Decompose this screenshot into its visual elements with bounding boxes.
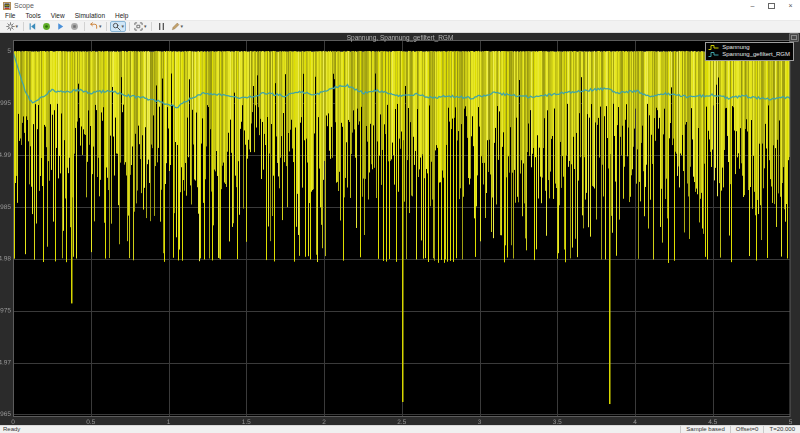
step-forward-button[interactable] xyxy=(54,21,67,32)
scope-app-icon xyxy=(3,2,11,10)
status-message: Ready xyxy=(0,426,20,433)
toolbar-separator xyxy=(23,22,24,31)
legend-line-icon xyxy=(708,44,719,51)
status-sample-mode: Sample based xyxy=(680,426,729,433)
status-time: T=20.000 xyxy=(763,426,800,433)
dropdown-caret-icon: ▾ xyxy=(122,24,125,29)
gear-icon xyxy=(6,22,15,31)
step-forward-icon xyxy=(56,22,65,31)
maximize-axes-button[interactable] xyxy=(789,33,799,42)
menu-item-tools[interactable]: Tools xyxy=(20,11,45,20)
statusbar: Ready Sample based Offset=0 T=20.000 xyxy=(0,425,800,433)
titlebar: Scope – × xyxy=(0,0,800,11)
close-icon: × xyxy=(788,2,792,9)
maximize-icon xyxy=(768,3,775,9)
scope-window: Scope – × File Tools View Simulation Hel… xyxy=(0,0,800,433)
legend-label: Spannung_gefiltert_RGM xyxy=(722,51,790,58)
scope-display-area: Spannung, Spannung_gefiltert_RGM Spannun… xyxy=(0,33,800,425)
fit-axes-button[interactable]: ▾ xyxy=(132,21,149,32)
settings-button[interactable]: ▾ xyxy=(4,21,21,32)
minimize-icon: – xyxy=(751,2,755,9)
run-button[interactable] xyxy=(40,21,53,32)
history-arrow-icon xyxy=(89,22,98,31)
cursor-measurements-button[interactable] xyxy=(155,21,168,32)
step-back-icon xyxy=(28,22,37,31)
plot-title: Spannung, Spannung_gefiltert_RGM xyxy=(0,34,800,41)
stop-icon xyxy=(70,22,79,31)
legend-entry: Spannung xyxy=(708,44,790,51)
status-right-cells: Sample based Offset=0 T=20.000 xyxy=(680,426,800,433)
menu-item-file[interactable]: File xyxy=(0,11,20,20)
toolbar: ▾▾▾▾▾ xyxy=(0,20,800,33)
window-title: Scope xyxy=(14,0,34,11)
highlight-button[interactable]: ▾ xyxy=(169,21,186,32)
dropdown-caret-icon: ▾ xyxy=(144,24,147,29)
toolbar-separator xyxy=(84,22,85,31)
dropdown-caret-icon: ▾ xyxy=(181,24,184,29)
dropdown-caret-icon: ▾ xyxy=(16,24,19,29)
menu-item-view[interactable]: View xyxy=(46,11,70,20)
cursors-icon xyxy=(157,22,166,31)
stop-button[interactable] xyxy=(68,21,81,32)
fit-axes-icon xyxy=(134,22,143,31)
brush-icon xyxy=(171,22,180,31)
run-icon xyxy=(42,22,51,31)
menu-item-simulation[interactable]: Simulation xyxy=(70,11,110,20)
legend-entry: Spannung_gefiltert_RGM xyxy=(708,51,790,58)
zoom-button[interactable]: ▾ xyxy=(110,21,127,32)
window-controls: – × xyxy=(743,0,800,11)
minimize-button[interactable]: – xyxy=(743,0,762,11)
maximize-button[interactable] xyxy=(762,0,781,11)
menu-item-help[interactable]: Help xyxy=(110,11,133,20)
toolbar-separator xyxy=(129,22,130,31)
toolbar-separator xyxy=(106,22,107,31)
zoom-history-button[interactable]: ▾ xyxy=(87,21,104,32)
magnifier-icon xyxy=(112,22,121,31)
legend-line-icon xyxy=(708,51,719,58)
dropdown-caret-icon: ▾ xyxy=(99,24,102,29)
legend[interactable]: SpannungSpannung_gefiltert_RGM xyxy=(705,42,794,61)
plot-canvas[interactable] xyxy=(0,33,800,425)
close-button[interactable]: × xyxy=(781,0,800,11)
legend-label: Spannung xyxy=(722,44,749,51)
toolbar-separator xyxy=(151,22,152,31)
step-back-button[interactable] xyxy=(26,21,39,32)
status-offset: Offset=0 xyxy=(730,426,764,433)
menubar: File Tools View Simulation Help xyxy=(0,11,800,20)
